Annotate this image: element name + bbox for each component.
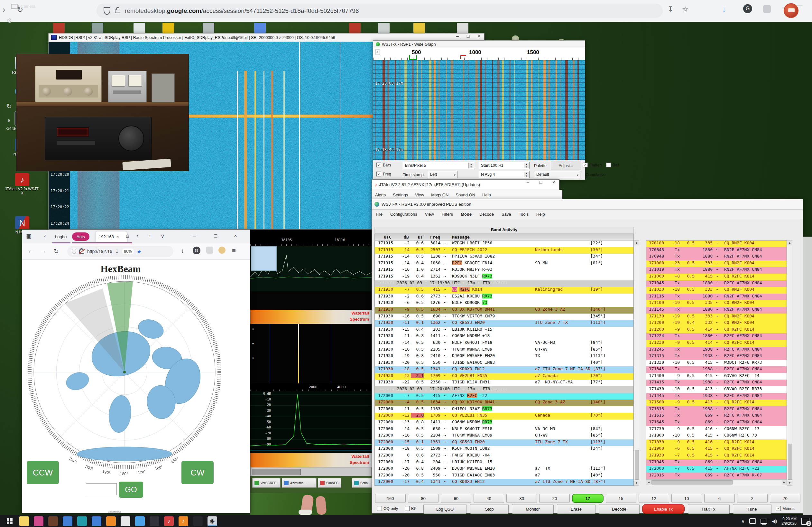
- decode-row[interactable]: 172000-150.11361~CQ KB5SJ EM20ITU Zone 7…: [375, 439, 634, 446]
- waterfall-spectrum-tabs-2[interactable]: Waterfall Spectrum: [250, 453, 372, 467]
- stop-button[interactable]: Stop: [470, 504, 509, 514]
- notification-center-icon[interactable]: 2: [801, 518, 809, 525]
- desktop-icon[interactable]: [53, 23, 65, 33]
- monitor-button[interactable]: Monitor: [512, 504, 554, 514]
- minimized-window-3[interactable]: SimNEC: [318, 478, 341, 488]
- tx-row[interactable]: 172015Tx869~R2FC AF7NX R-07: [646, 473, 787, 479]
- new-tab-icon[interactable]: +: [148, 233, 151, 239]
- maximize-button[interactable]: □: [214, 233, 217, 239]
- decode-row[interactable]: 171930-20.62773~ES2AJ K0EOU RR73: [375, 294, 634, 300]
- freq-checkbox[interactable]: ✓Freq: [376, 172, 391, 176]
- go-button[interactable]: GO: [119, 482, 143, 498]
- menu-item-sound-on[interactable]: Sound ON: [455, 193, 475, 197]
- tab-group-ants[interactable]: Ants: [72, 232, 89, 241]
- band-button-60[interactable]: 60: [441, 494, 471, 503]
- menu-item-configurations[interactable]: Configurations: [390, 212, 417, 217]
- minimized-window-1[interactable]: VarSCREE...: [252, 478, 280, 488]
- decode-row[interactable]: 171930-220.52350~TJ1GD K1JX FN31a7 NJ-NY…: [375, 380, 634, 386]
- band-button-40[interactable]: 40: [474, 494, 504, 503]
- reload-icon[interactable]: ↻: [54, 247, 59, 255]
- band-button-15[interactable]: 15: [606, 494, 636, 503]
- decode-row[interactable]: 172000-70.5415~AF7NX R2FC -22: [375, 393, 634, 400]
- tune-button[interactable]: Tune: [733, 504, 771, 514]
- n-avg-spinner[interactable]: N Avg 4▲▼: [479, 171, 530, 178]
- camera-rotate-icon[interactable]: ↻: [6, 102, 12, 110]
- exposure-icon[interactable]: ◑: [6, 116, 10, 124]
- decode-row[interactable]: 171430-100.5413~G3VAO R2FC RR73: [646, 386, 787, 393]
- maximize-button[interactable]: □: [463, 33, 474, 39]
- rx-marker[interactable]: [409, 55, 417, 60]
- tx-row[interactable]: 171945Tx869~R2FC AF7NX CN84: [646, 459, 787, 466]
- decode-row[interactable]: 171915-140.52507~CQ PB1PCH JO22Netherlan…: [375, 247, 634, 254]
- band-button-80[interactable]: 80: [408, 494, 438, 503]
- spin-down-icon[interactable]: ▼: [251, 342, 255, 345]
- desktop-icon[interactable]: [133, 23, 145, 33]
- decode-row[interactable]: 171930-70.5415~CQ R2FC KO14Kaliningrad[1…: [375, 287, 634, 294]
- decode-row[interactable]: 171200-90.5414~CQ R2FC KO14: [646, 327, 787, 333]
- desktop-icon[interactable]: [254, 23, 266, 33]
- erase-button[interactable]: Erase: [557, 504, 595, 514]
- decode-row[interactable]: 171000-80.5415~CQ R2FC KO14: [646, 274, 787, 281]
- decode-row[interactable]: 171930-132.11709~CQ VE2LBI FN35a7 Canada…: [375, 373, 634, 380]
- halt-tx-button[interactable]: Halt Tx: [688, 504, 730, 514]
- settings-gear-icon[interactable]: ⚙: [6, 17, 12, 25]
- jtalert-titlebar[interactable]: ♪ JTAlertV2 2.81.2 AF7NX [17m,FT8,ADIF,#…: [372, 180, 559, 190]
- taskbar-icon-firefox-orange[interactable]: [106, 516, 116, 526]
- decode-row[interactable]: 171800-100.5415~CO6NW R2FC 73: [646, 433, 787, 439]
- decode-row[interactable]: 171830-90.5416~CQ R2FC KO14: [646, 439, 787, 446]
- menu-item-mode[interactable]: Mode: [461, 212, 472, 217]
- band-button-6[interactable]: 6: [704, 494, 735, 503]
- menu-item-view[interactable]: View: [425, 212, 434, 217]
- decode-row[interactable]: 171900-60.5415~CQ R2FC KO14: [646, 446, 787, 453]
- taskbar-icon-app-grid[interactable]: [121, 516, 130, 526]
- bars-checkbox[interactable]: ✓Bars: [376, 162, 391, 167]
- taskbar-icon-start[interactable]: [5, 516, 14, 526]
- extension-icon-2[interactable]: [218, 246, 226, 254]
- taskbar-clock[interactable]: 9:20 AM 2/9/2026: [781, 517, 797, 526]
- enable-tx-button[interactable]: Enable Tx: [642, 504, 685, 514]
- forward-icon[interactable]: →: [40, 247, 46, 255]
- close-button[interactable]: ×: [234, 233, 237, 239]
- band-button-2[interactable]: 2: [737, 494, 768, 503]
- horizontal-slider[interactable]: [250, 467, 372, 476]
- minimize-button[interactable]: –: [522, 180, 533, 185]
- decode-row[interactable]: 172000-160.52204~TF8KW W8NGA EM89OH-WV[8…: [375, 433, 634, 439]
- decode-row[interactable]: 172000-180.51509~K5UF M6OTN IO82[34°]: [375, 446, 634, 453]
- tx-row[interactable]: 171045Tx1880~R2FC AF7NX CN84: [646, 281, 787, 287]
- palette-select[interactable]: Default∨: [534, 171, 580, 178]
- taskbar-icon-globe-blue[interactable]: [63, 516, 72, 526]
- shield-icon[interactable]: [72, 249, 76, 254]
- scale-checkbox[interactable]: ✓: [375, 49, 380, 54]
- tx-row[interactable]: 171019Tx1880~RN2F AF7NX CN84: [646, 267, 787, 274]
- tx-row[interactable]: 171145Tx1880~RN2F AF7NX CN84: [646, 307, 787, 314]
- decode-row[interactable]: 172000-70.5415~AF7NX R2FC -22: [646, 466, 787, 473]
- band-button-160[interactable]: 160: [375, 494, 406, 503]
- tx-row[interactable]: 171415Tx1938~R2FC AF7NX CN84: [646, 380, 787, 386]
- minimize-button[interactable]: –: [452, 33, 463, 39]
- menu-item-file[interactable]: File: [376, 212, 382, 217]
- desktop-icon[interactable]: [92, 23, 103, 33]
- tx-row[interactable]: 171315Tx1938~R2FC AF7NX CN84: [646, 353, 787, 360]
- spin-down-icon[interactable]: ▼: [251, 357, 255, 360]
- bins-per-pixel-spinner[interactable]: Bins/Pixel 5▲▼: [403, 162, 474, 169]
- tx-row[interactable]: 170845Tx1880~RN2F AF7NX CN84: [646, 247, 787, 254]
- menu-item-save[interactable]: Save: [502, 212, 511, 217]
- band-button-17[interactable]: 17: [572, 494, 603, 503]
- bp-checkbox[interactable]: BP: [405, 506, 417, 511]
- tx-row[interactable]: 171115Tx1880~RN2F AF7NX CN84: [646, 294, 787, 300]
- cq-only-checkbox[interactable]: CQ only: [377, 506, 398, 511]
- decode-row[interactable]: 172000-110.51163~OH1FOL N3AZ RR73: [375, 406, 634, 413]
- decode-row[interactable]: 171915-190.41362~KD9OQK N3LF RR73: [375, 274, 634, 281]
- band-activity-table[interactable]: 171915-20.63014~W7DGM LB0EI JP50[22°]171…: [375, 240, 634, 486]
- taskbar-icon-app-brown[interactable]: [48, 516, 58, 526]
- close-button[interactable]: ×: [548, 180, 559, 185]
- band-button-12[interactable]: 12: [639, 494, 669, 503]
- rotate-cw-button[interactable]: CW: [182, 461, 214, 484]
- decode-button[interactable]: Decode: [599, 504, 640, 514]
- ref-checkbox[interactable]: Ref: [606, 162, 619, 167]
- tx-row[interactable]: 171515Tx1938~R2FC AF7NX CN84: [646, 406, 787, 413]
- tab-list-icon[interactable]: ∨: [161, 233, 164, 240]
- menu-item-filters[interactable]: Filters: [442, 212, 453, 217]
- desktop-icon-jtalert[interactable]: ♪JTAlert V2 fo WSJT-X: [4, 173, 40, 196]
- bookmark-star-icon[interactable]: ★: [137, 248, 142, 255]
